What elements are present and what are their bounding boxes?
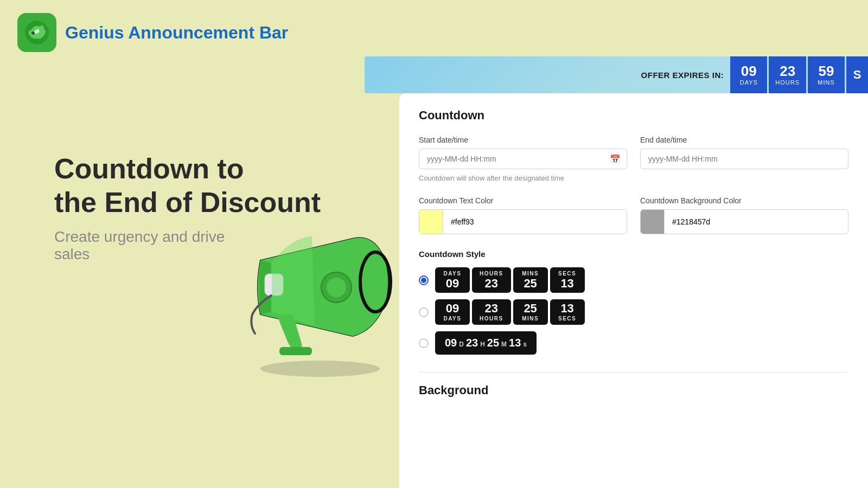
countdown-section-title: Countdown [419,108,848,123]
settings-panel: Countdown Start date/time 📅 Countdown wi… [399,93,868,488]
hours-block: 23 HOURS [769,56,806,93]
text-color-swatch[interactable] [419,210,443,234]
countdown-style-label: Countdown Style [419,249,848,259]
svg-rect-8 [279,347,312,355]
date-fields-row: Start date/time 📅 Countdown will show af… [419,136,848,183]
style-radio-3[interactable] [419,338,429,348]
secs-block: S [846,56,868,93]
svg-point-1 [31,31,35,35]
start-date-hint: Countdown will show after the designated… [419,174,627,183]
background-section: Background [419,372,848,397]
style-option-1: DAYS09 HOURS23 MINS25 SECS13 [419,267,848,293]
announcement-bar-preview: OFFER EXPIRES IN: 09 DAYS 23 HOURS 59 MI… [365,56,868,93]
style-preview-2: 09DAYS 23HOURS 25MINS 13SECS [435,299,585,325]
bg-color-label: Countdown Background Color [640,196,848,205]
background-section-title: Background [419,383,848,397]
style-options-list: DAYS09 HOURS23 MINS25 SECS13 09DAYS 23HO… [419,267,848,355]
bg-color-swatch[interactable] [641,210,665,234]
end-date-input[interactable] [640,149,848,169]
bg-color-input[interactable] [665,212,848,232]
bg-color-input-wrapper [640,209,848,234]
style-radio-2[interactable] [419,307,429,317]
megaphone-illustration [228,195,412,380]
end-date-label: End date/time [640,136,848,144]
style-option-3: 09D 23H 25M 13s [419,331,848,355]
svg-point-6 [327,278,346,297]
offer-label: OFFER EXPIRES IN: [641,70,724,80]
header: Genius Announcement Bar [0,0,868,65]
app-title: Genius Announcement Bar [65,23,288,43]
app-logo [17,13,56,52]
style-option-2: 09DAYS 23HOURS 25MINS 13SECS [419,299,848,325]
start-date-input-wrapper: 📅 [419,149,627,169]
countdown-style-section: Countdown Style DAYS09 HOURS23 MINS25 SE… [419,249,848,355]
color-fields-row: Countdown Text Color Countdown Backgroun… [419,196,848,234]
start-date-input[interactable] [419,149,627,169]
style-preview-3: 09D 23H 25M 13s [435,331,537,355]
text-color-input-wrapper [419,209,627,234]
days-block: 09 DAYS [730,56,767,93]
svg-point-2 [260,361,380,377]
bg-color-group: Countdown Background Color [640,196,848,234]
start-date-label: Start date/time [419,136,627,144]
start-date-group: Start date/time 📅 Countdown will show af… [419,136,627,183]
mins-block: 59 MINS [808,56,845,93]
countdown-blocks: 09 DAYS 23 HOURS 59 MINS S [730,56,868,93]
style-preview-1: DAYS09 HOURS23 MINS25 SECS13 [435,267,585,293]
style-radio-1[interactable] [419,275,429,285]
end-date-group: End date/time [640,136,848,183]
text-color-input[interactable] [443,212,627,232]
text-color-label: Countdown Text Color [419,196,627,205]
end-date-input-wrapper [640,149,848,169]
text-color-group: Countdown Text Color [419,196,627,234]
